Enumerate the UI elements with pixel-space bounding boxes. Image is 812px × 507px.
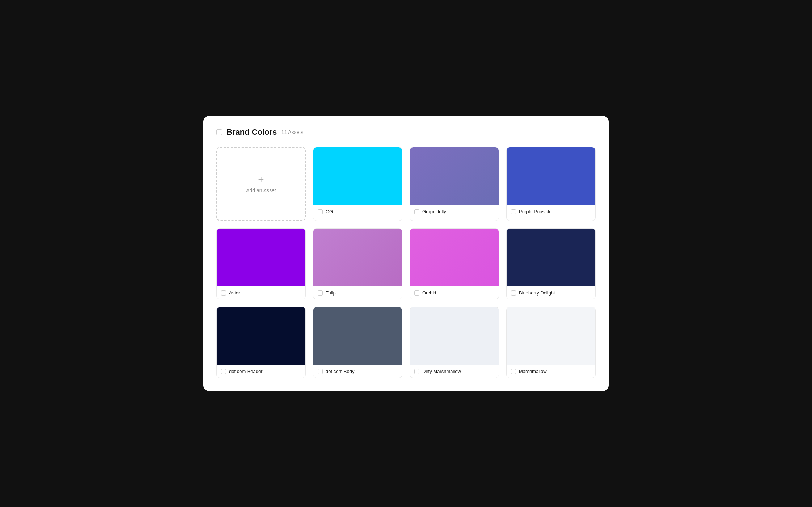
swatch-blueberry-delight — [507, 229, 595, 286]
asset-card-grape-jelly[interactable]: Grape Jelly — [410, 147, 499, 221]
label-tulip: Tulip — [326, 290, 336, 296]
checkbox-purple-popsicle[interactable] — [511, 209, 516, 214]
asset-card-dirty-marshmallow[interactable]: Dirty Marshmallow — [410, 307, 499, 378]
card-footer-dot-com-header: dot com Header — [217, 365, 305, 378]
swatch-og — [313, 147, 402, 205]
checkbox-grape-jelly[interactable] — [414, 209, 419, 214]
panel-title: Brand Colors — [227, 127, 277, 137]
card-footer-aster: Aster — [217, 286, 305, 299]
asset-card-dot-com-body[interactable]: dot com Body — [313, 307, 402, 378]
label-aster: Aster — [229, 290, 240, 296]
label-marshmallow: Marshmallow — [519, 369, 547, 374]
add-icon: + — [258, 175, 264, 185]
select-all-checkbox[interactable] — [216, 129, 222, 135]
asset-card-dot-com-header[interactable]: dot com Header — [216, 307, 306, 378]
checkbox-marshmallow[interactable] — [511, 369, 516, 374]
asset-card-marshmallow[interactable]: Marshmallow — [506, 307, 596, 378]
card-footer-blueberry-delight: Blueberry Delight — [507, 286, 595, 299]
label-blueberry-delight: Blueberry Delight — [519, 290, 555, 296]
label-dot-com-body: dot com Body — [326, 369, 355, 374]
label-dot-com-header: dot com Header — [229, 369, 263, 374]
card-footer-orchid: Orchid — [410, 286, 499, 299]
brand-colors-panel: Brand Colors 11 Assets + Add an Asset OG… — [203, 116, 609, 391]
swatch-grape-jelly — [410, 147, 499, 205]
label-grape-jelly: Grape Jelly — [422, 209, 446, 214]
add-asset-card[interactable]: + Add an Asset — [216, 147, 306, 221]
checkbox-dot-com-header[interactable] — [221, 369, 226, 374]
panel-header: Brand Colors 11 Assets — [216, 127, 596, 137]
checkbox-dot-com-body[interactable] — [318, 369, 323, 374]
swatch-tulip — [313, 229, 402, 286]
card-footer-marshmallow: Marshmallow — [507, 365, 595, 378]
card-footer-tulip: Tulip — [313, 286, 402, 299]
label-og: OG — [326, 209, 333, 214]
swatch-purple-popsicle — [507, 147, 595, 205]
add-asset-label: Add an Asset — [246, 188, 276, 193]
asset-card-og[interactable]: OG — [313, 147, 402, 221]
card-footer-og: OG — [313, 205, 402, 218]
asset-count: 11 Assets — [281, 129, 303, 135]
swatch-aster — [217, 229, 305, 286]
card-footer-dot-com-body: dot com Body — [313, 365, 402, 378]
checkbox-orchid[interactable] — [414, 290, 419, 296]
label-dirty-marshmallow: Dirty Marshmallow — [422, 369, 461, 374]
checkbox-blueberry-delight[interactable] — [511, 290, 516, 296]
asset-card-purple-popsicle[interactable]: Purple Popsicle — [506, 147, 596, 221]
card-footer-dirty-marshmallow: Dirty Marshmallow — [410, 365, 499, 378]
asset-card-blueberry-delight[interactable]: Blueberry Delight — [506, 228, 596, 299]
swatch-orchid — [410, 229, 499, 286]
checkbox-dirty-marshmallow[interactable] — [414, 369, 419, 374]
label-purple-popsicle: Purple Popsicle — [519, 209, 551, 214]
swatch-dot-com-header — [217, 307, 305, 365]
swatch-dirty-marshmallow — [410, 307, 499, 365]
asset-card-tulip[interactable]: Tulip — [313, 228, 402, 299]
asset-grid: + Add an Asset OGGrape JellyPurple Popsi… — [216, 147, 596, 378]
asset-card-orchid[interactable]: Orchid — [410, 228, 499, 299]
card-footer-grape-jelly: Grape Jelly — [410, 205, 499, 218]
checkbox-aster[interactable] — [221, 290, 226, 296]
checkbox-og[interactable] — [318, 209, 323, 214]
card-footer-purple-popsicle: Purple Popsicle — [507, 205, 595, 218]
swatch-marshmallow — [507, 307, 595, 365]
checkbox-tulip[interactable] — [318, 290, 323, 296]
asset-card-aster[interactable]: Aster — [216, 228, 306, 299]
swatch-dot-com-body — [313, 307, 402, 365]
label-orchid: Orchid — [422, 290, 436, 296]
